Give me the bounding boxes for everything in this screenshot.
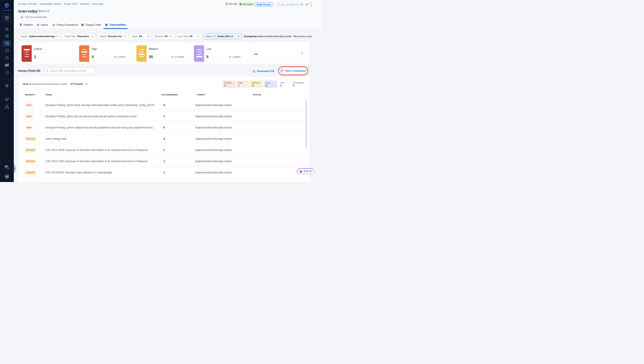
svg-text:?: ? — [6, 165, 7, 167]
